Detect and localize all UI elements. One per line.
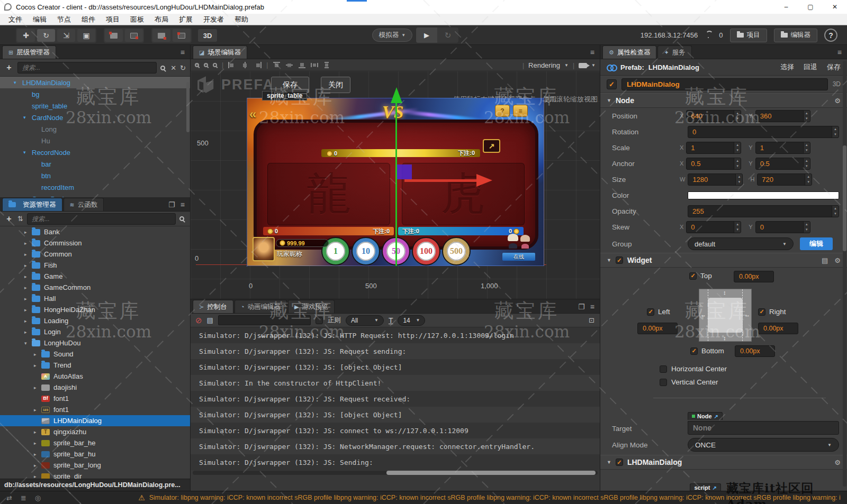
open-log-file-icon[interactable]: ▤ xyxy=(207,316,213,324)
expand-arrow-icon[interactable]: ▸ xyxy=(34,474,41,479)
widget-top-checkbox[interactable]: ✓ xyxy=(689,272,697,280)
gear-icon[interactable]: ⚙ xyxy=(834,459,841,466)
asset-item[interactable]: ▾ LongHuDou xyxy=(0,337,190,349)
chevron-down-icon[interactable]: ▼ xyxy=(591,63,596,68)
stack-icon[interactable]: ≣ xyxy=(21,494,26,502)
console-log-line[interactable]: Simulator: D/jswrapper (132): JS: Networ… xyxy=(191,438,600,454)
minimize-button[interactable]: – xyxy=(774,0,798,14)
chevron-down-icon[interactable]: ▼ xyxy=(564,63,569,68)
camera-icon[interactable] xyxy=(579,63,587,68)
widget-bottom-checkbox[interactable]: ✓ xyxy=(690,347,698,355)
log-level-dropdown[interactable]: All▼ xyxy=(346,315,384,326)
align-top-icon[interactable] xyxy=(273,62,281,68)
asset-item[interactable]: ▸ sprite_dir xyxy=(0,471,190,479)
group-dropdown[interactable]: default▼ xyxy=(688,237,794,250)
expand-arrow-icon[interactable]: ▸ xyxy=(34,463,41,468)
panel-menu-icon[interactable]: ≡ xyxy=(590,48,594,57)
eye-icon[interactable]: ◎ xyxy=(35,494,41,502)
scale-tool-icon[interactable]: ⇲ xyxy=(57,29,75,42)
size-w-field[interactable]: 1280▲▼ xyxy=(688,173,743,186)
local-coord-icon[interactable] xyxy=(152,29,170,42)
expand-arrow-icon[interactable]: ▸ xyxy=(34,363,41,368)
tab-animation-editor[interactable]: ◔ 动画编辑器 xyxy=(235,300,287,313)
widget-section-header[interactable]: ▼ ✓ Widget ▤ ⚙ xyxy=(600,253,847,268)
close-button[interactable]: ✕ xyxy=(823,0,847,14)
asset-item[interactable]: ▸ sprite_bar_hu xyxy=(0,448,190,460)
gizmo-y-arrow[interactable] xyxy=(391,87,402,103)
add-node-button[interactable]: + xyxy=(4,63,14,72)
prefab-save-button[interactable]: 保存 xyxy=(827,62,841,72)
expand-arrow-icon[interactable]: ▸ xyxy=(24,274,32,279)
add-asset-button[interactable]: + xyxy=(4,214,14,224)
hierarchy-node[interactable]: Long xyxy=(0,123,190,135)
scale-x-field[interactable]: 1▲▼ xyxy=(686,142,741,154)
hierarchy-search-input[interactable] xyxy=(17,62,157,74)
align-horizontal-center-icon[interactable] xyxy=(241,62,249,68)
hierarchy-node[interactable]: bar xyxy=(0,158,190,170)
vertical-center-checkbox[interactable] xyxy=(660,379,667,386)
hierarchy-node[interactable]: ▾ CardNode xyxy=(0,112,190,123)
reload-button[interactable]: ↻ xyxy=(437,28,458,43)
asset-item[interactable]: ▸ Game xyxy=(0,271,190,282)
console-log-line[interactable]: Simulator: D/jswrapper (132): JS: HTTP R… xyxy=(191,327,600,343)
play-button[interactable]: ▶ xyxy=(416,28,437,43)
widget-enabled-checkbox[interactable]: ✓ xyxy=(616,256,623,264)
asset-item[interactable]: ▸ Loading xyxy=(0,315,190,326)
asset-item[interactable]: ▸ Fish xyxy=(0,260,190,271)
prefab-select-button[interactable]: 选择 xyxy=(780,62,794,72)
hierarchy-node[interactable]: bg xyxy=(0,88,190,100)
asset-item[interactable]: LHDMainDialog xyxy=(0,415,190,426)
size-h-field[interactable]: 720▲▼ xyxy=(757,173,812,186)
warning-message[interactable]: Simulator: libpng warning: iCCP: known i… xyxy=(149,494,841,501)
font-size-dropdown[interactable]: 14▼ xyxy=(398,315,425,326)
anchor-x-field[interactable]: 0.5▲▼ xyxy=(686,158,741,170)
tab-inspector[interactable]: ⚙ 属性检查器 xyxy=(602,45,656,59)
widget-right-value[interactable]: 0.00px xyxy=(758,323,798,334)
expand-arrow-icon[interactable]: ▸ xyxy=(34,441,41,446)
panel-menu-icon[interactable]: ≡ xyxy=(181,200,185,209)
clear-console-icon[interactable]: ⊘ xyxy=(195,316,202,325)
tab-hierarchy[interactable]: ⊞ 层级管理器 xyxy=(2,45,56,59)
asset-item[interactable]: ▸ Common xyxy=(0,249,190,260)
menu-item[interactable]: 组件 xyxy=(76,15,101,24)
maximize-button[interactable]: ▢ xyxy=(798,0,823,14)
console-log-line[interactable]: Simulator: D/jswrapper (132): JS: Sendin… xyxy=(191,454,600,470)
panel-menu-icon[interactable]: ≡ xyxy=(590,303,594,311)
node-active-checkbox[interactable]: ✓ xyxy=(607,79,617,89)
gizmo-x-arrow[interactable] xyxy=(476,174,492,187)
refresh-icon[interactable]: ↻ xyxy=(180,64,186,72)
asset-item[interactable]: ▸ daojishi xyxy=(0,382,190,393)
asset-item[interactable]: ▸ Trend xyxy=(0,360,190,371)
widget-bottom-value[interactable]: 0.00px xyxy=(735,345,775,357)
panel-menu-icon[interactable]: ≡ xyxy=(181,48,185,57)
pivot-position-icon[interactable] xyxy=(105,29,123,42)
opacity-field[interactable]: 255▲▼ xyxy=(688,205,839,217)
console-log-line[interactable]: Simulator: D/jswrapper (132): JS: Reques… xyxy=(191,343,600,359)
align-bottom-icon[interactable] xyxy=(298,62,306,68)
align-vertical-center-icon[interactable] xyxy=(285,62,293,68)
console-log-line[interactable]: Simulator: D/jswrapper (132): JS: [objec… xyxy=(191,407,600,423)
horizontal-center-checkbox[interactable] xyxy=(660,365,667,373)
asset-item[interactable]: ▸ GameCommon xyxy=(0,282,190,293)
expand-arrow-icon[interactable]: ▸ xyxy=(34,429,41,435)
expand-arrow-icon[interactable]: ▸ xyxy=(24,252,32,257)
search-icon[interactable] xyxy=(160,66,165,70)
scroll-lock-icon[interactable]: ⊡ xyxy=(589,316,594,324)
tab-scene-editor[interactable]: ◪ 场景编辑器 xyxy=(193,45,247,59)
help-game-button[interactable]: ? xyxy=(495,105,510,117)
distribute-vertical-icon[interactable] xyxy=(323,62,331,68)
rotation-field[interactable]: 0▲▼ xyxy=(688,126,839,138)
widget-target-field[interactable]: None xyxy=(688,421,839,435)
align-left-icon[interactable] xyxy=(228,62,236,68)
asset-item[interactable]: A AutoAtlas xyxy=(0,371,190,382)
anchor-y-field[interactable]: 0.5▲▼ xyxy=(755,158,810,170)
expand-arrow-icon[interactable]: ▸ xyxy=(24,318,32,324)
asset-item[interactable]: ▸ sprite_bar_he xyxy=(0,437,190,448)
console-hscrollbar[interactable] xyxy=(193,471,598,475)
collapse-arrow-icon[interactable]: ▼ xyxy=(607,98,611,103)
expand-arrow-icon[interactable]: ▾ xyxy=(23,115,32,120)
assets-search-input[interactable] xyxy=(27,213,176,225)
tiger-bet-zone[interactable]: 虎 xyxy=(402,163,525,225)
hierarchy-node[interactable]: ▾ LHDMainDialog xyxy=(0,77,190,88)
asset-item[interactable]: ▸ Bank xyxy=(0,226,190,237)
